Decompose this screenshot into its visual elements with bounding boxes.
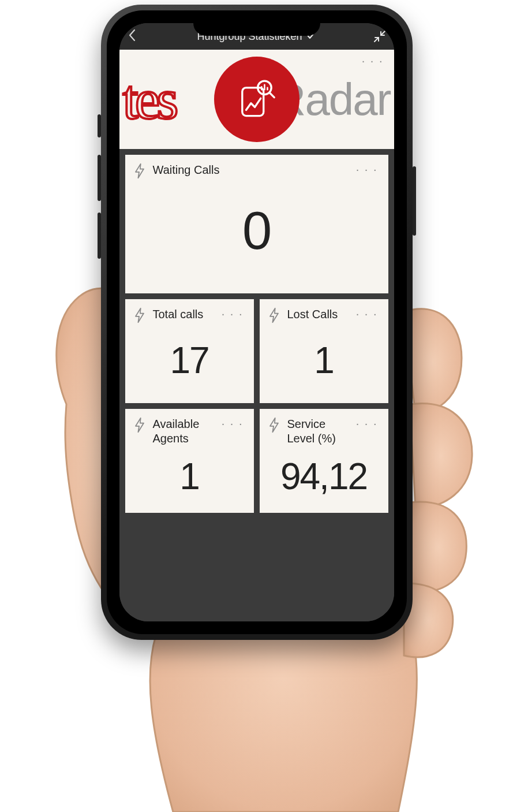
app-screen: Huntgroup Statistieken xyxy=(119,23,394,621)
card-waiting-calls[interactable]: Waiting Calls · · · 0 xyxy=(125,155,388,293)
card-value: 17 xyxy=(133,323,246,397)
bolt-icon xyxy=(268,307,280,323)
card-service-level[interactable]: Service Level (%) · · · 94,12 xyxy=(260,409,388,513)
bolt-icon xyxy=(268,417,280,433)
brand-logo xyxy=(214,57,299,142)
chevron-left-icon xyxy=(128,29,137,42)
card-title: Total calls xyxy=(153,307,204,322)
svg-line-2 xyxy=(269,92,274,97)
phone: Huntgroup Statistieken xyxy=(101,5,413,640)
phone-power-button xyxy=(413,166,416,236)
brand-left-text: tes xyxy=(123,67,175,132)
card-lost-calls[interactable]: Lost Calls · · · 1 xyxy=(260,299,388,403)
card-available-agents[interactable]: Available Agents · · · 1 xyxy=(125,409,254,513)
phone-volume-down xyxy=(98,213,101,259)
phone-volume-up xyxy=(98,155,101,201)
card-value: 1 xyxy=(133,446,246,507)
card-value: 0 xyxy=(133,173,380,288)
analytics-icon xyxy=(233,75,281,124)
card-value: 94,12 xyxy=(268,446,380,507)
phone-side-button xyxy=(98,114,101,137)
phone-notch xyxy=(193,16,320,36)
collapse-icon xyxy=(374,31,385,42)
card-value: 1 xyxy=(268,323,380,397)
card-title: Available Agents xyxy=(153,417,222,446)
banner-menu[interactable]: · · · xyxy=(362,54,384,68)
back-button[interactable] xyxy=(128,29,137,44)
bolt-icon xyxy=(133,307,146,323)
card-menu[interactable]: · · · xyxy=(222,307,244,321)
bolt-icon xyxy=(133,417,146,433)
dashboard-empty-area xyxy=(125,519,388,616)
card-menu[interactable]: · · · xyxy=(222,417,244,430)
collapse-button[interactable] xyxy=(374,31,385,42)
dashboard: Waiting Calls · · · 0 Total calls xyxy=(119,149,394,621)
card-menu[interactable]: · · · xyxy=(356,417,378,430)
header-banner: · · · tes xyxy=(119,50,394,149)
card-menu[interactable]: · · · xyxy=(356,163,378,176)
card-menu[interactable]: · · · xyxy=(356,307,378,321)
card-title: Service Level (%) xyxy=(287,417,357,446)
card-title: Lost Calls xyxy=(287,307,338,322)
card-total-calls[interactable]: Total calls · · · 17 xyxy=(125,299,254,403)
